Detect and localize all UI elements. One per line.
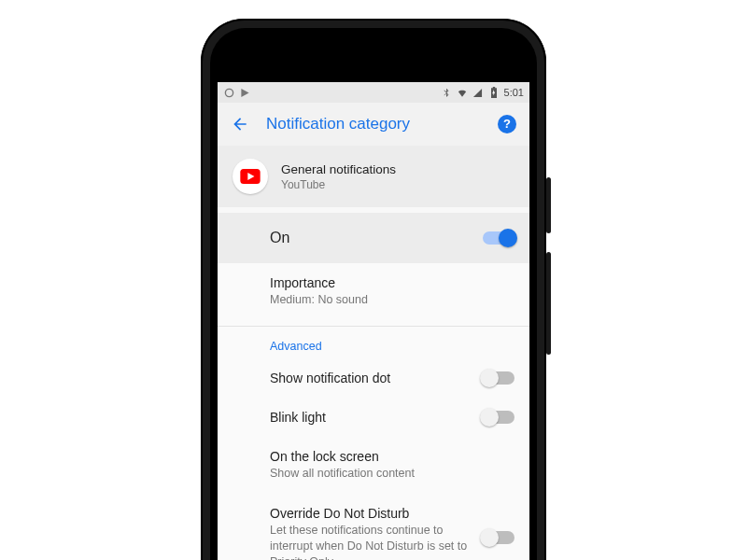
override-dnd-toggle[interactable] (483, 531, 514, 544)
cell-signal-icon (472, 87, 484, 98)
lock-screen-row[interactable]: On the lock screen Show all notification… (218, 437, 529, 494)
master-toggle[interactable] (483, 231, 514, 245)
channel-app: YouTube (281, 178, 396, 191)
status-time: 5:01 (504, 87, 524, 98)
app-bar: Notification category ? (218, 103, 529, 146)
svg-point-0 (225, 89, 233, 96)
back-button[interactable] (231, 115, 249, 133)
master-switch-row[interactable]: On (218, 213, 529, 263)
battery-icon (488, 87, 500, 98)
lock-screen-subtitle: Show all notification content (270, 466, 514, 482)
importance-value: Medium: No sound (270, 292, 514, 308)
override-dnd-subtitle: Let these notifications continue to inte… (270, 523, 472, 560)
show-dot-toggle[interactable] (483, 371, 514, 385)
help-button[interactable]: ? (498, 115, 516, 133)
show-dot-row[interactable]: Show notification dot (218, 358, 529, 398)
screen: 5:01 Notification category ? General not… (218, 82, 529, 560)
page-title: Notification category (266, 115, 481, 133)
advanced-section-label: Advanced (218, 327, 529, 358)
override-dnd-title: Override Do Not Disturb (270, 506, 472, 521)
lock-screen-title: On the lock screen (270, 449, 514, 464)
bluetooth-icon (441, 87, 452, 98)
override-dnd-row[interactable]: Override Do Not Disturb Let these notifi… (218, 494, 529, 560)
play-store-icon (239, 87, 250, 98)
importance-row[interactable]: Importance Medium: No sound (218, 263, 529, 320)
blink-light-toggle[interactable] (483, 411, 514, 424)
channel-name: General notifications (281, 162, 396, 176)
master-switch-label: On (270, 230, 289, 246)
blink-light-title: Blink light (270, 410, 472, 425)
phone-frame: 5:01 Notification category ? General not… (201, 19, 546, 560)
circle-icon (223, 87, 234, 98)
show-dot-title: Show notification dot (270, 371, 472, 385)
blink-light-row[interactable]: Blink light (218, 398, 529, 437)
youtube-icon (233, 159, 268, 194)
wifi-icon (457, 87, 468, 98)
channel-header: General notifications YouTube (218, 146, 529, 207)
importance-title: Importance (270, 275, 514, 290)
status-bar: 5:01 (218, 82, 529, 103)
